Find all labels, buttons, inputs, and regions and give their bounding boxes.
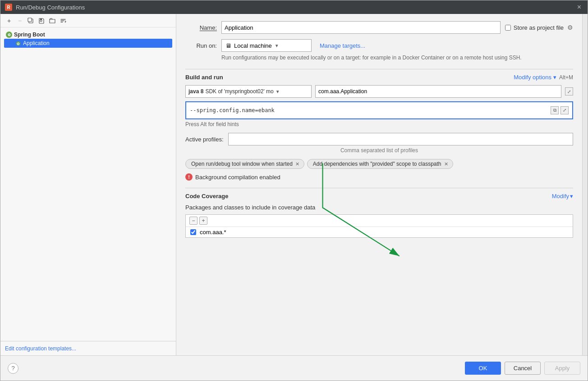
shortcut-label: Alt+M	[559, 74, 573, 81]
scrollbar[interactable]	[582, 14, 588, 355]
tag-dependencies-label: Add dependencies with "provided" scope t…	[313, 161, 441, 167]
close-button[interactable]: ×	[575, 3, 583, 12]
coverage-item: com.aaa.*	[186, 227, 573, 237]
coverage-modify-link[interactable]: Modify ▾	[552, 193, 573, 200]
code-coverage-header: Code Coverage Modify ▾	[185, 188, 573, 200]
active-profiles-label: Active profiles:	[185, 136, 224, 143]
run-on-hint: Run configurations may be executed local…	[221, 54, 573, 62]
sdk-dropdown[interactable]: java 8 SDK of 'myspringboot02' mo ▼	[185, 85, 312, 98]
application-icon: ✿	[15, 40, 21, 46]
tag-dependencies: Add dependencies with "provided" scope t…	[307, 159, 453, 169]
main-content: + −	[0, 14, 588, 355]
remove-config-button[interactable]: −	[15, 16, 25, 26]
build-run-section-header: Build and run Modify options ▾ Alt+M	[185, 69, 573, 81]
sdk-class-row: java 8 SDK of 'myspringboot02' mo ▼ com.…	[185, 85, 573, 98]
warning-icon: !	[185, 173, 193, 181]
press-alt-hint: Press Alt for field hints	[185, 121, 573, 127]
svg-rect-2	[40, 18, 42, 20]
svg-rect-1	[28, 18, 32, 22]
sort-config-button[interactable]	[58, 16, 68, 26]
bottom-actions: OK Cancel Apply	[465, 362, 580, 375]
coverage-item-checkbox[interactable]	[190, 229, 196, 235]
left-panel: + −	[0, 14, 176, 355]
store-checkbox-area: Store as project file ⚙	[505, 24, 573, 31]
add-config-button[interactable]: +	[4, 16, 14, 26]
name-label: Name:	[185, 24, 217, 31]
run-debug-dialog: R Run/Debug Configurations × + −	[0, 0, 588, 381]
run-on-icon: 🖥	[225, 42, 231, 49]
title-bar: R Run/Debug Configurations ×	[0, 0, 588, 14]
right-panel: Name: Store as project file ⚙ Run on: 🖥	[176, 14, 582, 355]
apply-button[interactable]: Apply	[544, 362, 580, 375]
right-content: Name: Store as project file ⚙ Run on: 🖥	[176, 14, 582, 355]
expand-class-button[interactable]: ⤢	[565, 87, 573, 95]
application-tree-item[interactable]: ✿ Application	[4, 39, 172, 48]
run-on-dropdown[interactable]: 🖥 Local machine ▼	[221, 39, 312, 52]
main-class-field[interactable]: com.aaa.Application	[315, 85, 561, 98]
args-copy-icon[interactable]: ⧉	[551, 106, 559, 114]
active-profiles-row: Active profiles:	[185, 133, 573, 145]
copy-config-button[interactable]	[26, 16, 36, 26]
cancel-button[interactable]: Cancel	[505, 362, 541, 375]
sdk-java-label: java 8	[188, 88, 203, 95]
spring-boot-icon: ✿	[6, 32, 12, 38]
coverage-table: − + com.aaa.*	[185, 214, 573, 238]
run-on-label: Run on:	[185, 42, 217, 49]
profiles-hint: Comma separated list of profiles	[185, 147, 573, 154]
app-icon: R	[5, 4, 12, 11]
name-input[interactable]	[221, 21, 501, 34]
store-checkbox[interactable]	[505, 25, 511, 31]
chevron-down-icon: ▾	[553, 74, 556, 81]
svg-text:✿: ✿	[17, 42, 20, 46]
code-coverage-title: Code Coverage	[185, 193, 228, 200]
name-row: Name: Store as project file ⚙	[185, 21, 573, 34]
tag-run-debug-close[interactable]: ✕	[295, 162, 299, 167]
save-config-button[interactable]	[37, 16, 46, 26]
warning-row: ! Background compilation enabled	[185, 173, 573, 181]
run-on-value: Local machine	[234, 42, 272, 49]
dropdown-arrow-icon: ▼	[275, 43, 279, 48]
main-class-value: com.aaa.Application	[318, 88, 367, 95]
folder-config-button[interactable]	[47, 16, 57, 26]
code-coverage-section: Code Coverage Modify ▾ Packages and clas…	[185, 188, 573, 238]
coverage-chevron-icon: ▾	[570, 193, 573, 200]
sdk-rest-label: SDK of 'myspringboot02' mo	[205, 88, 273, 95]
coverage-plus-button[interactable]: +	[199, 217, 207, 225]
program-args-box[interactable]: --spring.config.name=ebank ⧉ ⤢	[185, 101, 573, 119]
manage-targets-link[interactable]: Manage targets...	[320, 42, 365, 49]
build-run-title: Build and run	[185, 74, 223, 81]
tags-row: Open run/debug tool window when started …	[185, 159, 573, 169]
edit-templates-link[interactable]: Edit configuration templates...	[5, 345, 76, 352]
warning-text: Background compilation enabled	[195, 174, 280, 181]
toolbar: + −	[0, 14, 176, 27]
coverage-modify-text: Modify	[552, 193, 569, 200]
tag-dependencies-close[interactable]: ✕	[444, 162, 448, 167]
spring-boot-group-label: ✿ Spring Boot	[4, 31, 172, 39]
ok-button[interactable]: OK	[465, 362, 501, 375]
sdk-dropdown-arrow-icon: ▼	[276, 89, 280, 94]
coverage-toolbar: − +	[186, 215, 573, 227]
modify-options-text: Modify options	[514, 74, 551, 81]
coverage-description: Packages and classes to include in cover…	[185, 204, 573, 211]
active-profiles-input[interactable]	[228, 133, 573, 145]
store-label: Store as project file	[514, 24, 564, 31]
config-tree: ✿ Spring Boot ✿ Application	[0, 27, 176, 341]
coverage-item-label: com.aaa.*	[200, 229, 226, 236]
gear-icon[interactable]: ⚙	[567, 24, 573, 31]
spring-boot-group: ✿ Spring Boot ✿ Application	[0, 29, 176, 49]
tag-run-debug-label: Open run/debug tool window when started	[191, 161, 293, 167]
right-panel-wrapper: Name: Store as project file ⚙ Run on: 🖥	[176, 14, 582, 355]
left-footer: Edit configuration templates...	[0, 341, 176, 355]
help-button[interactable]: ?	[8, 363, 18, 374]
args-expand-icon[interactable]: ⤢	[560, 106, 569, 114]
tag-run-debug: Open run/debug tool window when started …	[185, 159, 304, 169]
program-args-value: --spring.config.name=ebank	[190, 107, 551, 113]
modify-options-link[interactable]: Modify options ▾	[514, 74, 556, 81]
dialog-title: Run/Debug Configurations	[16, 4, 85, 11]
bottom-bar: ? OK Cancel Apply	[0, 355, 588, 381]
coverage-minus-button[interactable]: −	[189, 217, 198, 225]
run-on-row: Run on: 🖥 Local machine ▼ Manage targets…	[185, 39, 573, 52]
